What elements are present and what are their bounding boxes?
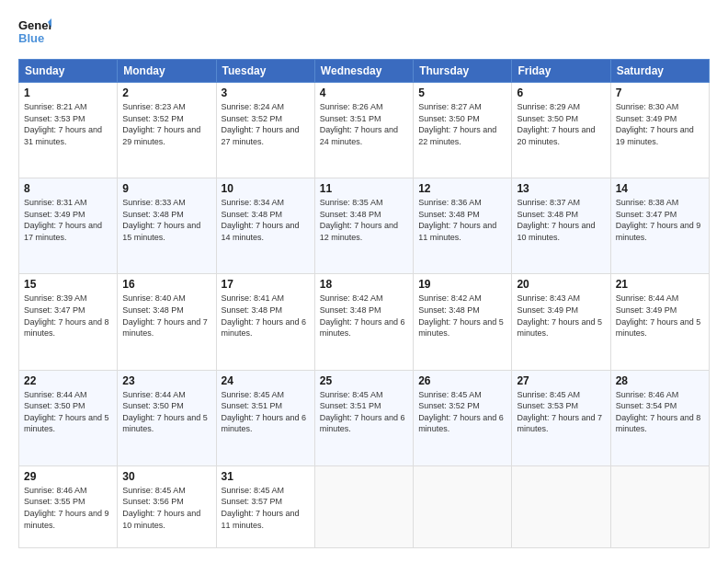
day-number: 17: [222, 278, 310, 291]
logo-icon: General Blue: [18, 15, 51, 52]
calendar-cell: [512, 465, 610, 547]
day-number: 26: [418, 374, 506, 387]
day-number: 18: [320, 278, 408, 291]
day-info: Sunrise: 8:26 AM Sunset: 3:51 PM Dayligh…: [320, 101, 408, 147]
calendar-cell: 30 Sunrise: 8:45 AM Sunset: 3:56 PM Dayl…: [118, 465, 216, 547]
calendar-cell: 7 Sunrise: 8:30 AM Sunset: 3:49 PM Dayli…: [610, 83, 709, 178]
day-info: Sunrise: 8:43 AM Sunset: 3:49 PM Dayligh…: [517, 293, 605, 339]
calendar-cell: 19 Sunrise: 8:42 AM Sunset: 3:48 PM Dayl…: [414, 274, 512, 370]
calendar-cell: [414, 465, 512, 547]
calendar-cell: 17 Sunrise: 8:41 AM Sunset: 3:48 PM Dayl…: [216, 274, 314, 370]
day-info: Sunrise: 8:46 AM Sunset: 3:54 PM Dayligh…: [616, 389, 704, 435]
calendar-cell: 28 Sunrise: 8:46 AM Sunset: 3:54 PM Dayl…: [610, 370, 709, 465]
day-number: 28: [616, 374, 704, 387]
calendar-cell: 25 Sunrise: 8:45 AM Sunset: 3:51 PM Dayl…: [314, 370, 413, 465]
day-info: Sunrise: 8:44 AM Sunset: 3:50 PM Dayligh…: [24, 389, 112, 435]
calendar-cell: [314, 465, 413, 547]
day-number: 24: [222, 374, 310, 387]
day-number: 16: [122, 278, 210, 291]
day-number: 2: [122, 86, 210, 99]
day-number: 31: [222, 470, 310, 483]
day-info: Sunrise: 8:37 AM Sunset: 3:48 PM Dayligh…: [517, 197, 605, 243]
col-header-friday: Friday: [512, 60, 610, 83]
day-info: Sunrise: 8:45 AM Sunset: 3:51 PM Dayligh…: [222, 389, 310, 435]
day-number: 10: [222, 182, 310, 195]
day-info: Sunrise: 8:45 AM Sunset: 3:52 PM Dayligh…: [418, 389, 506, 435]
col-header-sunday: Sunday: [19, 60, 118, 83]
day-info: Sunrise: 8:38 AM Sunset: 3:47 PM Dayligh…: [616, 197, 704, 243]
col-header-monday: Monday: [118, 60, 216, 83]
calendar-cell: 13 Sunrise: 8:37 AM Sunset: 3:48 PM Dayl…: [512, 178, 610, 274]
calendar-cell: 9 Sunrise: 8:33 AM Sunset: 3:48 PM Dayli…: [118, 178, 216, 274]
calendar-cell: 1 Sunrise: 8:21 AM Sunset: 3:53 PM Dayli…: [19, 83, 118, 178]
logo: General Blue: [18, 15, 51, 52]
day-info: Sunrise: 8:34 AM Sunset: 3:48 PM Dayligh…: [222, 197, 310, 243]
calendar-cell: 29 Sunrise: 8:46 AM Sunset: 3:55 PM Dayl…: [19, 465, 118, 547]
calendar-table: SundayMondayTuesdayWednesdayThursdayFrid…: [18, 59, 710, 548]
day-info: Sunrise: 8:35 AM Sunset: 3:48 PM Dayligh…: [320, 197, 408, 243]
calendar-cell: 18 Sunrise: 8:42 AM Sunset: 3:48 PM Dayl…: [314, 274, 413, 370]
calendar-cell: 21 Sunrise: 8:44 AM Sunset: 3:49 PM Dayl…: [610, 274, 709, 370]
calendar-cell: 11 Sunrise: 8:35 AM Sunset: 3:48 PM Dayl…: [314, 178, 413, 274]
calendar-cell: 2 Sunrise: 8:23 AM Sunset: 3:52 PM Dayli…: [118, 83, 216, 178]
day-number: 11: [320, 182, 408, 195]
day-info: Sunrise: 8:39 AM Sunset: 3:47 PM Dayligh…: [24, 293, 112, 339]
calendar-cell: 4 Sunrise: 8:26 AM Sunset: 3:51 PM Dayli…: [314, 83, 413, 178]
calendar-cell: 22 Sunrise: 8:44 AM Sunset: 3:50 PM Dayl…: [19, 370, 118, 465]
day-number: 8: [24, 182, 112, 195]
day-info: Sunrise: 8:44 AM Sunset: 3:50 PM Dayligh…: [122, 389, 210, 435]
day-info: Sunrise: 8:46 AM Sunset: 3:55 PM Dayligh…: [24, 485, 112, 531]
calendar-cell: 10 Sunrise: 8:34 AM Sunset: 3:48 PM Dayl…: [216, 178, 314, 274]
day-info: Sunrise: 8:21 AM Sunset: 3:53 PM Dayligh…: [24, 101, 112, 147]
calendar-cell: 27 Sunrise: 8:45 AM Sunset: 3:53 PM Dayl…: [512, 370, 610, 465]
day-number: 14: [616, 182, 704, 195]
day-number: 6: [517, 86, 605, 99]
day-number: 29: [24, 470, 112, 483]
col-header-wednesday: Wednesday: [314, 60, 413, 83]
day-info: Sunrise: 8:29 AM Sunset: 3:50 PM Dayligh…: [517, 101, 605, 147]
day-info: Sunrise: 8:45 AM Sunset: 3:57 PM Dayligh…: [222, 485, 310, 531]
calendar-cell: 31 Sunrise: 8:45 AM Sunset: 3:57 PM Dayl…: [216, 465, 314, 547]
day-info: Sunrise: 8:27 AM Sunset: 3:50 PM Dayligh…: [418, 101, 506, 147]
day-number: 4: [320, 86, 408, 99]
day-info: Sunrise: 8:33 AM Sunset: 3:48 PM Dayligh…: [122, 197, 210, 243]
day-number: 1: [24, 86, 112, 99]
day-info: Sunrise: 8:40 AM Sunset: 3:48 PM Dayligh…: [122, 293, 210, 339]
day-info: Sunrise: 8:45 AM Sunset: 3:56 PM Dayligh…: [122, 485, 210, 531]
calendar-cell: 5 Sunrise: 8:27 AM Sunset: 3:50 PM Dayli…: [414, 83, 512, 178]
col-header-thursday: Thursday: [414, 60, 512, 83]
day-info: Sunrise: 8:23 AM Sunset: 3:52 PM Dayligh…: [122, 101, 210, 147]
day-number: 12: [418, 182, 506, 195]
calendar-cell: [610, 465, 709, 547]
day-number: 20: [517, 278, 605, 291]
calendar-cell: 12 Sunrise: 8:36 AM Sunset: 3:48 PM Dayl…: [414, 178, 512, 274]
day-number: 9: [122, 182, 210, 195]
day-number: 25: [320, 374, 408, 387]
col-header-saturday: Saturday: [610, 60, 709, 83]
day-number: 3: [222, 86, 310, 99]
day-number: 7: [616, 86, 704, 99]
calendar-cell: 15 Sunrise: 8:39 AM Sunset: 3:47 PM Dayl…: [19, 274, 118, 370]
day-info: Sunrise: 8:45 AM Sunset: 3:53 PM Dayligh…: [517, 389, 605, 435]
svg-text:General: General: [18, 18, 51, 32]
svg-text:Blue: Blue: [18, 31, 44, 45]
page: General Blue SundayMondayTuesdayWednesda…: [0, 0, 728, 563]
day-info: Sunrise: 8:44 AM Sunset: 3:49 PM Dayligh…: [616, 293, 704, 339]
day-info: Sunrise: 8:36 AM Sunset: 3:48 PM Dayligh…: [418, 197, 506, 243]
day-info: Sunrise: 8:42 AM Sunset: 3:48 PM Dayligh…: [418, 293, 506, 339]
col-header-tuesday: Tuesday: [216, 60, 314, 83]
day-info: Sunrise: 8:31 AM Sunset: 3:49 PM Dayligh…: [24, 197, 112, 243]
day-info: Sunrise: 8:24 AM Sunset: 3:52 PM Dayligh…: [222, 101, 310, 147]
calendar-cell: 20 Sunrise: 8:43 AM Sunset: 3:49 PM Dayl…: [512, 274, 610, 370]
calendar-cell: 16 Sunrise: 8:40 AM Sunset: 3:48 PM Dayl…: [118, 274, 216, 370]
day-number: 5: [418, 86, 506, 99]
day-info: Sunrise: 8:42 AM Sunset: 3:48 PM Dayligh…: [320, 293, 408, 339]
header: General Blue: [18, 15, 710, 52]
day-number: 21: [616, 278, 704, 291]
day-number: 22: [24, 374, 112, 387]
day-number: 27: [517, 374, 605, 387]
day-number: 13: [517, 182, 605, 195]
calendar-cell: 8 Sunrise: 8:31 AM Sunset: 3:49 PM Dayli…: [19, 178, 118, 274]
day-number: 23: [122, 374, 210, 387]
day-number: 19: [418, 278, 506, 291]
